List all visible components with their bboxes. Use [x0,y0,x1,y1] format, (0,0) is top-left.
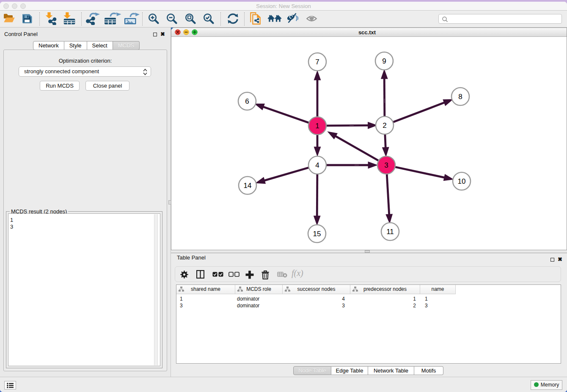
svg-text:3: 3 [384,161,388,169]
svg-text:2: 2 [383,121,386,130]
svg-text:9: 9 [382,57,386,65]
svg-text:8: 8 [458,93,462,101]
svg-text:4: 4 [315,161,319,169]
svg-text:11: 11 [386,228,394,236]
svg-text:1: 1 [315,122,319,130]
svg-text:6: 6 [245,97,249,105]
svg-text:10: 10 [458,177,466,185]
svg-text:14: 14 [244,182,252,190]
svg-text:7: 7 [315,58,319,66]
svg-text:15: 15 [313,230,321,238]
